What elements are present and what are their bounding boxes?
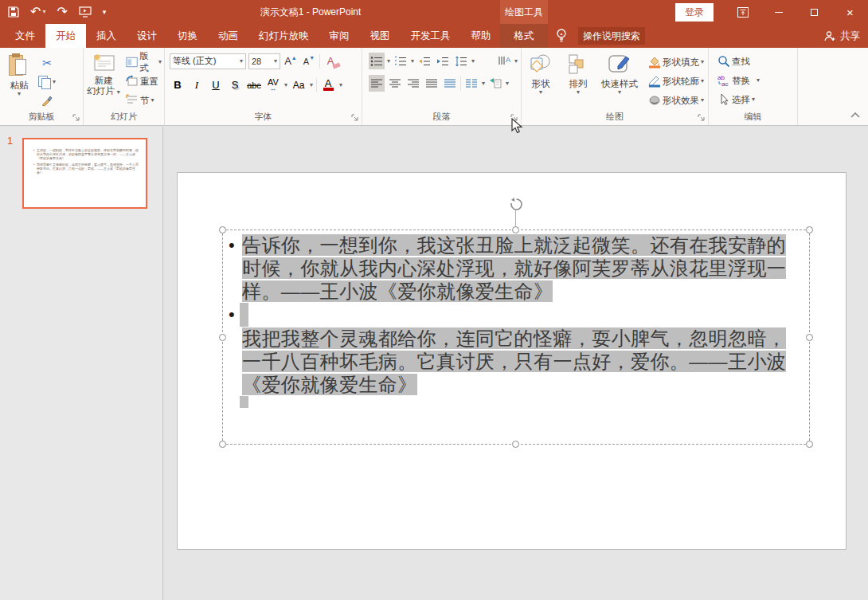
group-label-editing: 编辑 [709,111,797,123]
font-color-button[interactable]: A [320,76,336,93]
group-label-clipboard: 剪贴板 [0,111,83,123]
resize-handle-middle-right[interactable] [806,334,813,341]
cut-icon[interactable]: ✂ [38,54,56,71]
bullets-button[interactable] [369,53,385,69]
shapes-button[interactable]: 形状 ▾ [522,48,560,105]
resize-handle-bottom-center[interactable] [512,441,519,448]
svg-text:A: A [506,56,510,64]
powerpoint-window: ↶▾ ↷ ▾ 演示文稿1 - PowerPoint 绘图工具 登录 × 文件 开… [0,0,868,600]
align-left-button[interactable] [369,75,385,92]
lightbulb-icon [556,28,567,43]
grow-font-button[interactable]: A▲ [283,53,299,69]
shape-effects-button[interactable]: 形状效果▾ [646,92,706,109]
shape-outline-button[interactable]: 形状轮廓▾ [646,73,706,90]
reset-button[interactable]: 重置 [123,73,164,90]
increase-indent-button[interactable] [435,53,451,69]
tell-me-search[interactable]: 操作说明搜索 [578,27,645,45]
select-arrow-icon [717,93,730,106]
rotate-handle-icon[interactable] [510,198,523,211]
convert-to-smartart-button[interactable] [487,75,503,92]
font-name-combo[interactable]: 等线 (正文)▾ [170,53,246,69]
italic-button[interactable]: I [189,76,205,93]
bold-button[interactable]: B [170,76,186,93]
close-button[interactable]: × [832,0,868,24]
group-drawing: 形状 ▾ 排列 ▾ 快速样式 ▾ [522,48,709,125]
tab-insert[interactable]: 插入 [86,24,127,48]
format-painter-icon[interactable] [38,92,56,109]
tab-home[interactable]: 开始 [45,24,86,48]
decrease-indent-button[interactable] [416,53,432,69]
save-icon[interactable] [8,6,19,18]
slide-thumbnail-panel: 1 告诉你，一想到你，我这张丑脸上就泛起微笑。还有在我安静的时候，你就从我内心深… [0,127,163,600]
tab-file[interactable]: 文件 [5,24,45,48]
ribbon-display-options-icon[interactable] [725,0,760,24]
tab-developer[interactable]: 开发工具 [401,24,461,48]
new-slide-button[interactable]: 新建幻灯片 ▾ [84,48,123,105]
line-spacing-button[interactable] [453,53,469,69]
find-button[interactable]: 查找 [715,53,797,70]
font-dialog-launcher[interactable] [351,114,359,122]
slide-thumbnail[interactable]: 告诉你，一想到你，我这张丑脸上就泛起微笑。还有在我安静的时候，你就从我内心深处浮… [22,138,147,209]
resize-handle-bottom-left[interactable] [219,441,226,448]
group-paragraph: ▾ ▾ ▾ A ▾ [362,48,522,125]
slide-canvas[interactable]: • 告诉你，一想到你，我这张丑脸上就泛起微笑。还有在我安静的 时候，你就从我内心… [177,172,846,550]
columns-button[interactable] [463,75,479,92]
layout-button[interactable]: 版式▾ [123,53,164,71]
minimize-button[interactable] [760,0,796,24]
person-plus-icon [823,30,836,42]
slide-text-paragraph-2[interactable]: 我把我整个灵魂都给你，连同它的怪癖，耍小脾气，忽明忽暗， 一千八百种坏毛病。它真… [242,327,786,396]
tab-format-contextual[interactable]: 格式 [500,24,548,48]
tab-animations[interactable]: 动画 [208,24,248,48]
underline-button[interactable]: U [208,76,224,93]
drawing-tools-contextual-header: 绘图工具 [500,0,548,24]
clipboard-dialog-launcher[interactable] [72,114,80,122]
start-from-beginning-icon[interactable] [79,6,92,18]
text-shadow-button[interactable]: S [227,76,243,93]
align-center-button[interactable] [387,75,403,92]
justify-button[interactable] [424,75,440,92]
align-right-button[interactable] [405,75,421,92]
distributed-button[interactable] [442,75,458,92]
paste-button[interactable]: 粘贴 ▾ [0,48,38,105]
text-direction-button[interactable]: A [496,53,512,69]
customize-qat-button[interactable]: ▾ [103,9,107,16]
shape-effects-icon [648,94,661,107]
tab-review[interactable]: 审阅 [319,24,360,48]
resize-handle-bottom-right[interactable] [806,441,813,448]
clear-formatting-button[interactable]: A [323,53,338,69]
section-button[interactable]: 节▾ [123,92,164,109]
resize-handle-top-left[interactable] [219,226,226,233]
resize-handle-top-right[interactable] [806,226,813,233]
character-spacing-button[interactable]: AV↔ [265,76,281,93]
undo-button[interactable]: ↶▾ [30,6,45,18]
tab-slideshow[interactable]: 幻灯片放映 [248,24,319,48]
share-button[interactable]: 共享 [823,24,860,48]
resize-handle-middle-left[interactable] [219,334,226,341]
drawing-dialog-launcher[interactable] [698,114,706,122]
change-case-button[interactable]: Aa [291,76,307,93]
shape-fill-button[interactable]: 形状填充▾ [646,53,706,71]
thumbnail-paragraph: 我把我整个灵魂都给你，连同它的怪癖，耍小脾气，忽明忽暗，一千八百种坏毛病。它真讨… [33,163,141,175]
tab-design[interactable]: 设计 [127,24,167,48]
strikethrough-button[interactable]: abc [246,76,262,93]
shrink-font-button[interactable]: A▼ [301,53,317,69]
chevron-down-icon: ▾ [18,91,21,97]
resize-handle-top-center[interactable] [512,226,519,233]
quick-styles-icon [607,53,632,76]
maximize-button[interactable] [796,0,832,24]
slide-text-paragraph-1[interactable]: 告诉你，一想到你，我这张丑脸上就泛起微笑。还有在我安静的 时候，你就从我内心深处… [242,233,786,303]
tab-view[interactable]: 视图 [360,24,401,48]
tab-transitions[interactable]: 切换 [167,24,208,48]
redo-button[interactable]: ↷ [57,6,67,18]
arrange-button[interactable]: 排列 ▾ [560,48,596,105]
quick-styles-button[interactable]: 快速样式 ▾ [596,48,643,105]
copy-icon[interactable]: ▾ [38,73,56,90]
collapse-ribbon-button[interactable] [850,112,858,120]
signin-button[interactable]: 登录 [675,3,714,22]
replace-button[interactable]: abac 替换▾ [715,72,797,89]
numbering-button[interactable] [393,53,409,69]
font-size-combo[interactable]: 28▾ [248,53,280,69]
tab-help[interactable]: 帮助 [461,24,502,48]
select-button[interactable]: 选择▾ [715,91,797,108]
group-label-drawing: 绘图 [522,111,708,123]
